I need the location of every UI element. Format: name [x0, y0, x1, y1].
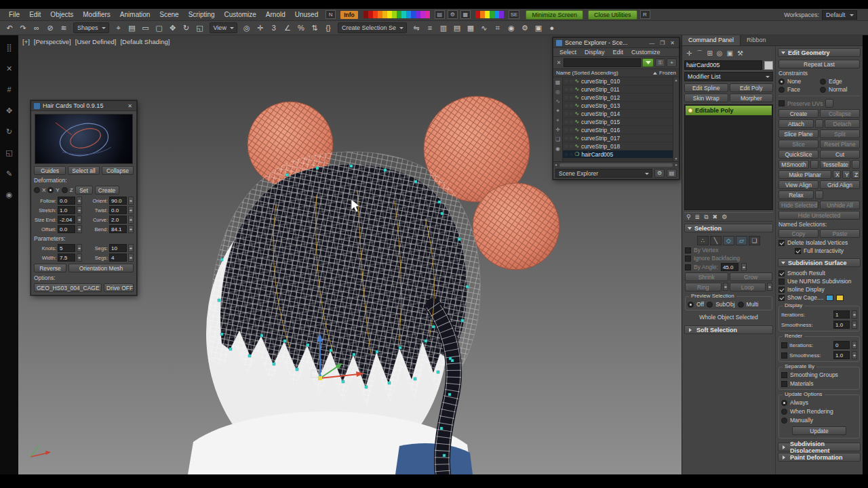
color-swatch[interactable]: [397, 11, 401, 18]
perspective-viewport[interactable]: [+] [Perspective] [User Defined] [Defaul…: [18, 35, 682, 474]
edit-spline-button[interactable]: Edit Spline: [684, 83, 728, 92]
field-value[interactable]: 1.0: [58, 206, 75, 214]
viewport-menu-view[interactable]: [Perspective]: [34, 38, 71, 45]
repeat-last-button[interactable]: Repeat Last: [778, 60, 860, 68]
ring-spinner[interactable]: [723, 283, 728, 291]
menu-item[interactable]: Animation: [115, 11, 155, 18]
spinner[interactable]: [77, 206, 82, 214]
spinner[interactable]: [128, 244, 134, 252]
mirror-icon[interactable]: ⇋: [410, 22, 423, 34]
constraint-edge-radio[interactable]: [820, 79, 826, 85]
layer-explorer-toggle-icon[interactable]: ▤: [450, 22, 464, 34]
hide-toggle-icon[interactable]: ◌: [565, 144, 568, 148]
hide-toggle-icon[interactable]: ◌: [565, 111, 568, 116]
selection-filter-dropdown[interactable]: Shapes: [73, 22, 109, 33]
display-lights-icon[interactable]: ✦: [555, 107, 560, 115]
select-object-icon[interactable]: ⌖: [112, 22, 125, 34]
name-column-header[interactable]: Name (Sorted Ascending): [556, 70, 618, 76]
menu-item[interactable]: Objects: [45, 11, 78, 18]
hair-panel-titlebar[interactable]: Hair Cards Tool 0.9.15 ✕: [31, 101, 136, 111]
hair-tool-button[interactable]: Collapse: [102, 166, 134, 175]
preserve-uvs-settings-button[interactable]: [825, 99, 833, 108]
hide-toggle-icon[interactable]: ◌: [565, 87, 568, 92]
snaps-toggle-icon[interactable]: 3: [267, 22, 281, 34]
named-selection-sets-icon[interactable]: {}: [321, 22, 335, 34]
spinner[interactable]: [128, 253, 134, 262]
vertex-mode-icon[interactable]: ∴: [697, 236, 709, 245]
constraint-none-radio[interactable]: [778, 79, 785, 85]
explorer-list-icon[interactable]: ▤: [667, 169, 677, 178]
rollout-subdivision-displacement[interactable]: Subdivision Displacement: [778, 443, 861, 451]
create-tab-icon[interactable]: ✛: [686, 49, 692, 57]
unlink-selection-icon[interactable]: ⊘: [43, 22, 57, 34]
preview-off-radio[interactable]: [688, 302, 694, 308]
make-planar-button[interactable]: Make Planar: [778, 170, 831, 179]
select-and-move-icon[interactable]: ✥: [166, 22, 180, 34]
list-item[interactable]: ◌ ◌ ∿ curveStrip_013: [563, 102, 673, 110]
bind-to-space-warp-icon[interactable]: ≋: [57, 22, 71, 34]
display-tab-icon[interactable]: ▣: [727, 49, 733, 57]
remove-modifier-icon[interactable]: ✖: [713, 214, 718, 220]
lock-icon[interactable]: ⚿: [655, 58, 665, 67]
axis-z-radio[interactable]: [62, 187, 68, 193]
reverse-button[interactable]: Reverse: [34, 264, 66, 272]
n-button[interactable]: N: [326, 10, 336, 19]
isoline-display-checkbox[interactable]: [778, 287, 785, 293]
grow-button[interactable]: Grow: [730, 272, 773, 281]
spinner[interactable]: [128, 206, 134, 214]
constraint-face-radio[interactable]: [778, 87, 785, 93]
list-item[interactable]: ◌ ◌ ∿ curveStrip_012: [563, 94, 673, 102]
minimize-screen-button[interactable]: Minimize Screen: [526, 10, 583, 20]
spinner[interactable]: [77, 197, 82, 205]
field-value[interactable]: 4: [109, 253, 127, 262]
preview-multi-radio[interactable]: [738, 302, 744, 308]
spinner[interactable]: [852, 321, 857, 329]
collapse-button[interactable]: Collapse: [820, 109, 860, 118]
explorer-menu-item[interactable]: Customize: [628, 49, 664, 56]
list-item[interactable]: ◌ ◌ ∿ curveStrip_015: [563, 118, 673, 126]
iterations-field[interactable]: 1: [833, 310, 850, 319]
schematic-view-icon[interactable]: ⌗: [491, 22, 505, 34]
hide-toggle-icon[interactable]: ◌: [565, 136, 568, 140]
color-swatch[interactable]: [416, 11, 420, 18]
explorer-menu-item[interactable]: Select: [556, 49, 580, 56]
relax-button[interactable]: Relax: [778, 190, 814, 199]
render-smoothness-checkbox[interactable]: [781, 352, 787, 359]
display-geometry-icon[interactable]: ◎: [555, 88, 560, 96]
close-tool-icon[interactable]: ✕: [3, 63, 16, 74]
hair-tool-button[interactable]: Select all: [68, 166, 100, 175]
window-crossing-icon[interactable]: ▢: [153, 22, 166, 34]
field-value[interactable]: 2.0: [109, 216, 127, 224]
clear-search-icon[interactable]: ✕: [555, 60, 562, 66]
unhide-all-button[interactable]: Unhide All: [820, 201, 860, 209]
render-setup-icon[interactable]: ⚙: [518, 22, 532, 34]
render-iterations-checkbox[interactable]: [781, 342, 787, 348]
color-swatch[interactable]: [392, 11, 397, 18]
delete-isolated-checkbox[interactable]: [778, 240, 785, 246]
minimize-icon[interactable]: —: [648, 40, 656, 46]
hash-tool-icon[interactable]: #: [3, 84, 16, 95]
menu-item[interactable]: Scripting: [184, 11, 220, 18]
update-manually-radio[interactable]: [781, 418, 787, 424]
r-button[interactable]: R: [640, 10, 650, 19]
ribbon-toggle-icon[interactable]: ▦: [464, 22, 477, 34]
menu-item[interactable]: Edit: [24, 11, 45, 18]
field-value[interactable]: 84.1: [109, 225, 127, 233]
freeze-toggle-icon[interactable]: ◌: [570, 111, 572, 116]
close-icon[interactable]: ✕: [669, 40, 676, 46]
element-mode-icon[interactable]: ❏: [749, 236, 760, 245]
axis-y-radio[interactable]: [47, 187, 54, 193]
tab-command-panel[interactable]: Command Panel: [682, 35, 741, 45]
color-swatch[interactable]: [420, 11, 425, 18]
list-item[interactable]: ◌ ◌ ∿ curveStrip_014: [563, 110, 673, 118]
spinner[interactable]: [77, 244, 82, 252]
display-cameras-icon[interactable]: ⌖: [556, 117, 559, 125]
rectangular-selection-icon[interactable]: ▭: [139, 22, 153, 34]
color-swatch[interactable]: [490, 11, 494, 18]
spinner[interactable]: [852, 341, 857, 349]
display-helpers-icon[interactable]: ✛: [555, 126, 560, 134]
hide-toggle-icon[interactable]: ◌: [565, 95, 568, 100]
loop-button[interactable]: Loop: [730, 283, 766, 291]
ignore-backfacing-checkbox[interactable]: [685, 256, 691, 262]
update-button[interactable]: Update: [792, 426, 846, 435]
